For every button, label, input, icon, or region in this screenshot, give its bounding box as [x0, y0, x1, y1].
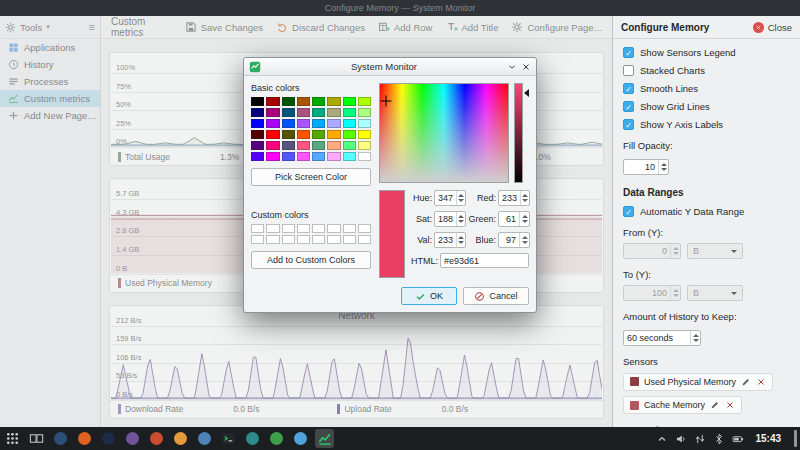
- basic-color-swatch[interactable]: [266, 108, 279, 117]
- taskbar-app-blue[interactable]: [195, 429, 214, 448]
- sidebar-item-applications[interactable]: Applications: [0, 39, 100, 56]
- basic-color-swatch[interactable]: [282, 141, 295, 150]
- basic-color-swatch[interactable]: [297, 130, 310, 139]
- custom-color-slot[interactable]: [251, 224, 264, 233]
- checkbox-show-sensors-legend[interactable]: ✓Show Sensors Legend: [623, 47, 790, 58]
- blue-spinbox[interactable]: 97: [498, 232, 530, 248]
- basic-color-swatch[interactable]: [358, 130, 371, 139]
- window-titlebar[interactable]: Configure Memory — System Monitor: [0, 0, 800, 16]
- custom-color-slot[interactable]: [266, 235, 279, 244]
- custom-color-slot[interactable]: [266, 224, 279, 233]
- checkbox-box[interactable]: ✓: [623, 206, 634, 217]
- basic-color-swatch[interactable]: [327, 141, 340, 150]
- dialog-titlebar[interactable]: System Monitor: [244, 58, 536, 76]
- basic-color-swatch[interactable]: [297, 141, 310, 150]
- cancel-button[interactable]: Cancel: [463, 287, 529, 305]
- custom-color-slot[interactable]: [327, 224, 340, 233]
- checkbox-box[interactable]: ✓: [623, 119, 634, 130]
- custom-color-slot[interactable]: [282, 235, 295, 244]
- checkbox-stacked-charts[interactable]: Stacked Charts: [623, 65, 790, 76]
- basic-color-swatch[interactable]: [343, 141, 356, 150]
- taskbar-app-green[interactable]: [267, 429, 286, 448]
- fill-opacity-spinbox[interactable]: 10: [623, 159, 669, 175]
- basic-color-swatch[interactable]: [327, 130, 340, 139]
- show-desktop-edge[interactable]: [794, 430, 797, 447]
- tray-bluetooth-button[interactable]: [713, 433, 725, 445]
- basic-color-swatch[interactable]: [358, 141, 371, 150]
- edit-sensor-button[interactable]: [710, 400, 720, 410]
- basic-color-swatch[interactable]: [251, 119, 264, 128]
- close-config-button[interactable]: Close: [753, 22, 792, 33]
- green-spinbox[interactable]: 61: [498, 211, 530, 227]
- color-picker-crosshair[interactable]: [381, 95, 392, 106]
- custom-color-slot[interactable]: [282, 224, 295, 233]
- custom-color-slot[interactable]: [343, 224, 356, 233]
- add-row-button[interactable]: Add Row: [373, 19, 438, 35]
- basic-color-swatch[interactable]: [358, 108, 371, 117]
- basic-color-swatch[interactable]: [343, 108, 356, 117]
- sensor-chip-cache-memory[interactable]: Cache Memory: [623, 396, 742, 414]
- basic-color-swatch[interactable]: [297, 97, 310, 106]
- basic-color-swatch[interactable]: [251, 141, 264, 150]
- custom-color-slot[interactable]: [297, 224, 310, 233]
- remove-sensor-button[interactable]: [756, 377, 766, 387]
- taskbar-virtual-desktop-pager[interactable]: [27, 429, 46, 448]
- add-to-custom-colors-button[interactable]: Add to Custom Colors: [251, 251, 371, 269]
- custom-color-slot[interactable]: [297, 235, 310, 244]
- basic-color-swatch[interactable]: [358, 152, 371, 161]
- basic-color-swatch[interactable]: [358, 119, 371, 128]
- checkbox-smooth-lines[interactable]: ✓Smooth Lines: [623, 83, 790, 94]
- basic-color-swatch[interactable]: [343, 152, 356, 161]
- tools-menu-button[interactable]: Tools: [20, 22, 42, 33]
- basic-color-swatch[interactable]: [282, 130, 295, 139]
- html-color-input[interactable]: [440, 253, 529, 268]
- red-spinbox[interactable]: 233: [498, 190, 530, 206]
- basic-color-swatch[interactable]: [266, 141, 279, 150]
- remove-sensor-button[interactable]: [725, 400, 735, 410]
- dialog-shade-button[interactable]: [507, 62, 517, 72]
- basic-color-swatch[interactable]: [327, 152, 340, 161]
- spin-arrows[interactable]: [690, 331, 700, 345]
- basic-color-swatch[interactable]: [312, 108, 325, 117]
- basic-color-swatch[interactable]: [343, 130, 356, 139]
- taskbar-clock[interactable]: 15:43: [755, 433, 781, 444]
- basic-color-swatch[interactable]: [282, 108, 295, 117]
- checkbox-box[interactable]: ✓: [623, 83, 634, 94]
- basic-color-swatch[interactable]: [297, 119, 310, 128]
- basic-color-swatch[interactable]: [312, 119, 325, 128]
- tray-network-button[interactable]: [694, 433, 706, 445]
- custom-color-slot[interactable]: [327, 235, 340, 244]
- hamburger-menu-icon[interactable]: ≡: [89, 22, 95, 32]
- checkbox-show-y-axis-labels[interactable]: ✓Show Y Axis Labels: [623, 119, 790, 130]
- basic-color-swatch[interactable]: [358, 97, 371, 106]
- basic-color-swatch[interactable]: [251, 152, 264, 161]
- history-spinbox[interactable]: 60 seconds: [623, 330, 701, 346]
- basic-color-swatch[interactable]: [266, 119, 279, 128]
- taskbar-system-monitor[interactable]: [315, 429, 334, 448]
- basic-color-swatch[interactable]: [297, 108, 310, 117]
- hue-saturation-picker[interactable]: [379, 83, 509, 183]
- basic-color-swatch[interactable]: [266, 130, 279, 139]
- val-spinbox[interactable]: 233: [434, 232, 466, 248]
- taskbar-konsole[interactable]: [219, 429, 238, 448]
- sensor-color-swatch[interactable]: [630, 401, 639, 410]
- basic-color-swatch[interactable]: [327, 97, 340, 106]
- taskbar-app-red[interactable]: [147, 429, 166, 448]
- taskbar-application-launcher[interactable]: [3, 429, 22, 448]
- save-changes-button[interactable]: Save Changes: [180, 19, 268, 35]
- custom-color-slot[interactable]: [343, 235, 356, 244]
- sidebar-item-history[interactable]: History: [0, 56, 100, 73]
- basic-color-swatch[interactable]: [343, 97, 356, 106]
- basic-color-swatch[interactable]: [312, 97, 325, 106]
- basic-color-swatch[interactable]: [312, 130, 325, 139]
- taskbar-app-teal[interactable]: [243, 429, 262, 448]
- basic-color-swatch[interactable]: [282, 97, 295, 106]
- basic-color-swatch[interactable]: [343, 119, 356, 128]
- sidebar-item-add-new-page[interactable]: Add New Page…: [0, 107, 100, 124]
- discard-changes-button[interactable]: Discard Changes: [271, 19, 370, 35]
- add-title-button[interactable]: Add Title: [441, 19, 504, 35]
- basic-color-swatch[interactable]: [327, 119, 340, 128]
- basic-color-swatch[interactable]: [251, 130, 264, 139]
- custom-color-slot[interactable]: [312, 235, 325, 244]
- taskbar-app-dark-blue[interactable]: [99, 429, 118, 448]
